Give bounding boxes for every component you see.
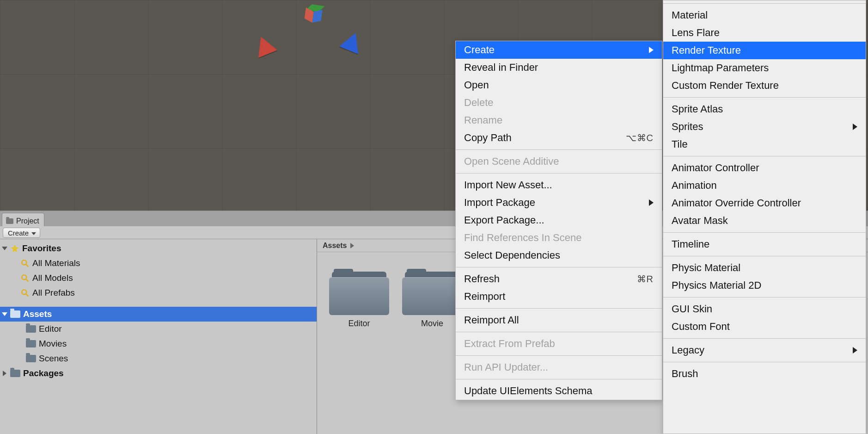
menu-item-label: Import Package bbox=[464, 197, 535, 209]
menu-item-label: Rename bbox=[464, 114, 502, 126]
disclosure-icon[interactable] bbox=[3, 371, 6, 376]
menu-item-copy-path[interactable]: Copy Path⌥⌘C bbox=[456, 129, 662, 147]
menu-item-animator-override-controller[interactable]: Animator Override Controller bbox=[663, 194, 866, 212]
menu-item-lightmap-parameters[interactable]: Lightmap Parameters bbox=[663, 59, 866, 77]
menu-item-physic-material[interactable]: Physic Material bbox=[663, 259, 866, 277]
chevron-right-icon bbox=[853, 347, 857, 353]
menu-item-label: Run API Updater... bbox=[464, 361, 548, 373]
menu-item-label: Reimport All bbox=[464, 314, 519, 326]
menu-item-label: Sprites bbox=[672, 121, 703, 133]
star-icon bbox=[10, 244, 19, 253]
project-tree[interactable]: Favorites All Materials All Models All P… bbox=[0, 239, 317, 434]
menu-item-label: Timeline bbox=[672, 238, 709, 250]
packages-node[interactable]: Packages bbox=[0, 366, 317, 381]
breadcrumb-root[interactable]: Assets bbox=[323, 242, 347, 250]
menu-separator bbox=[456, 267, 662, 267]
favorite-label: All Materials bbox=[32, 258, 80, 268]
menu-item-run-api-updater: Run API Updater... bbox=[456, 359, 662, 376]
menu-item-sprite-atlas[interactable]: Sprite Atlas bbox=[663, 100, 866, 118]
project-tab-label: Project bbox=[16, 217, 39, 225]
folder-movies[interactable]: Movies bbox=[0, 336, 317, 351]
folder-editor[interactable]: Editor bbox=[0, 322, 317, 336]
folder-icon bbox=[26, 340, 36, 347]
menu-item-label: Custom Render Texture bbox=[672, 80, 779, 92]
menu-item-custom-render-texture[interactable]: Custom Render Texture bbox=[663, 77, 866, 94]
menu-item-material[interactable]: Material bbox=[663, 6, 866, 24]
menu-item-label: Export Package... bbox=[464, 214, 544, 226]
menu-item-delete: Delete bbox=[456, 94, 662, 112]
svg-point-2 bbox=[22, 275, 26, 279]
folder-icon bbox=[10, 310, 20, 318]
menu-item-brush[interactable]: Brush bbox=[663, 365, 866, 383]
menu-item-label: Physic Material bbox=[672, 262, 740, 274]
menu-separator bbox=[456, 149, 662, 150]
menu-item-legacy[interactable]: Legacy bbox=[663, 341, 866, 359]
menu-item-create[interactable]: Create bbox=[456, 41, 662, 59]
favorite-all-prefabs[interactable]: All Prefabs bbox=[0, 285, 317, 300]
create-dropdown-button[interactable]: Create bbox=[3, 228, 40, 238]
menu-item-label: Open bbox=[464, 79, 489, 91]
menu-item-open[interactable]: Open bbox=[456, 76, 662, 94]
context-menu[interactable]: CreateReveal in FinderOpenDeleteRenameCo… bbox=[455, 41, 662, 400]
assets-node[interactable]: Assets bbox=[0, 307, 317, 322]
menu-item-reimport-all[interactable]: Reimport All bbox=[456, 311, 662, 329]
menu-item-label: Reimport bbox=[464, 291, 505, 303]
menu-item-label: Reveal in Finder bbox=[464, 62, 538, 74]
menu-item-physics-material-2d[interactable]: Physics Material 2D bbox=[663, 277, 866, 294]
menu-item-reveal-in-finder[interactable]: Reveal in Finder bbox=[456, 59, 662, 76]
menu-item-animator-controller[interactable]: Animator Controller bbox=[663, 159, 866, 177]
asset-folder-editor[interactable]: Editor bbox=[329, 269, 389, 329]
menu-item-label: Custom Font bbox=[672, 321, 730, 333]
menu-item-refresh[interactable]: Refresh⌘R bbox=[456, 270, 662, 288]
menu-item-lens-flare[interactable]: Lens Flare bbox=[663, 24, 866, 42]
folder-scenes[interactable]: Scenes bbox=[0, 351, 317, 366]
menu-item-select-dependencies[interactable]: Select Dependencies bbox=[456, 247, 662, 264]
menu-item-label: Lens Flare bbox=[672, 27, 720, 39]
menu-item-render-texture[interactable]: Render Texture bbox=[663, 42, 866, 59]
favorite-all-materials[interactable]: All Materials bbox=[0, 256, 317, 271]
menu-item-rename: Rename bbox=[456, 112, 662, 129]
menu-separator bbox=[456, 308, 662, 309]
menu-item-export-package[interactable]: Export Package... bbox=[456, 211, 662, 229]
menu-item-label: Extract From Prefab bbox=[464, 338, 555, 350]
create-submenu[interactable]: MaterialLens FlareRender TextureLightmap… bbox=[663, 0, 866, 434]
menu-item-animation[interactable]: Animation bbox=[663, 177, 866, 194]
project-tab[interactable]: Project bbox=[2, 213, 44, 227]
folder-icon bbox=[10, 370, 20, 377]
gizmo-cube-icon bbox=[304, 6, 323, 25]
menu-item-reimport[interactable]: Reimport bbox=[456, 288, 662, 305]
menu-item-find-references-in-scene: Find References In Scene bbox=[456, 229, 662, 247]
menu-item-label: Render Texture bbox=[672, 44, 741, 56]
menu-separator bbox=[663, 362, 866, 362]
menu-item-tile[interactable]: Tile bbox=[663, 136, 866, 153]
menu-separator bbox=[456, 332, 662, 332]
asset-folder-movie[interactable]: Movie bbox=[402, 269, 462, 329]
menu-item-import-package[interactable]: Import Package bbox=[456, 194, 662, 211]
menu-item-import-new-asset[interactable]: Import New Asset... bbox=[456, 176, 662, 194]
svg-point-4 bbox=[22, 290, 26, 294]
menu-item-gui-skin[interactable]: GUI Skin bbox=[663, 300, 866, 318]
menu-item-timeline[interactable]: Timeline bbox=[663, 236, 866, 253]
menu-separator bbox=[663, 338, 866, 339]
menu-separator bbox=[663, 97, 866, 98]
menu-separator bbox=[663, 297, 866, 298]
menu-item-sprites[interactable]: Sprites bbox=[663, 118, 866, 136]
menu-shortcut: ⌘R bbox=[637, 273, 654, 285]
menu-item-label: Brush bbox=[672, 368, 698, 380]
orientation-gizmo[interactable] bbox=[236, 0, 356, 60]
menu-item-label: Legacy bbox=[672, 344, 704, 356]
favorites-node[interactable]: Favorites bbox=[0, 241, 317, 256]
menu-item-avatar-mask[interactable]: Avatar Mask bbox=[663, 212, 866, 229]
menu-separator bbox=[456, 355, 662, 356]
menu-item-label: Copy Path bbox=[464, 132, 512, 144]
menu-item-update-uielements-schema[interactable]: Update UIElements Schema bbox=[456, 382, 662, 400]
asset-label: Editor bbox=[329, 319, 389, 329]
menu-item-custom-font[interactable]: Custom Font bbox=[663, 318, 866, 335]
favorite-all-models[interactable]: All Models bbox=[0, 271, 317, 285]
menu-separator bbox=[663, 3, 866, 4]
create-button-label: Create bbox=[8, 229, 29, 237]
chevron-right-icon bbox=[649, 47, 654, 53]
folder-label: Editor bbox=[39, 324, 62, 334]
disclosure-icon[interactable] bbox=[2, 312, 7, 316]
disclosure-icon[interactable] bbox=[2, 247, 7, 250]
